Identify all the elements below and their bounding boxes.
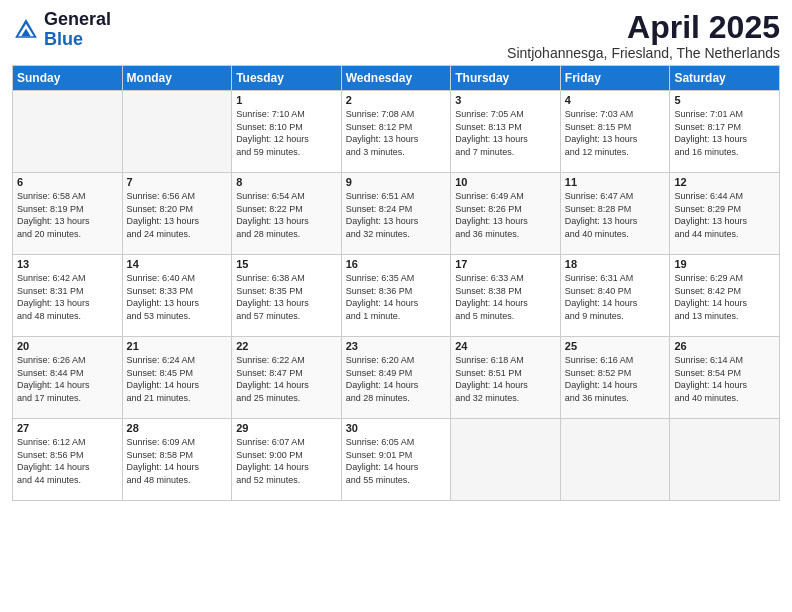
- day-info: Sunrise: 7:05 AM Sunset: 8:13 PM Dayligh…: [455, 108, 556, 158]
- day-cell: 23Sunrise: 6:20 AM Sunset: 8:49 PM Dayli…: [341, 337, 451, 419]
- day-info: Sunrise: 6:49 AM Sunset: 8:26 PM Dayligh…: [455, 190, 556, 240]
- day-number: 26: [674, 340, 775, 352]
- day-cell: 7Sunrise: 6:56 AM Sunset: 8:20 PM Daylig…: [122, 173, 232, 255]
- day-cell: [670, 419, 780, 501]
- day-number: 27: [17, 422, 118, 434]
- day-info: Sunrise: 6:24 AM Sunset: 8:45 PM Dayligh…: [127, 354, 228, 404]
- day-cell: 20Sunrise: 6:26 AM Sunset: 8:44 PM Dayli…: [13, 337, 123, 419]
- day-cell: 26Sunrise: 6:14 AM Sunset: 8:54 PM Dayli…: [670, 337, 780, 419]
- day-info: Sunrise: 7:03 AM Sunset: 8:15 PM Dayligh…: [565, 108, 666, 158]
- day-info: Sunrise: 6:12 AM Sunset: 8:56 PM Dayligh…: [17, 436, 118, 486]
- location: Sintjohannesga, Friesland, The Netherlan…: [507, 45, 780, 61]
- day-cell: [13, 91, 123, 173]
- day-info: Sunrise: 6:51 AM Sunset: 8:24 PM Dayligh…: [346, 190, 447, 240]
- day-info: Sunrise: 6:22 AM Sunset: 8:47 PM Dayligh…: [236, 354, 337, 404]
- day-cell: 11Sunrise: 6:47 AM Sunset: 8:28 PM Dayli…: [560, 173, 670, 255]
- day-cell: 5Sunrise: 7:01 AM Sunset: 8:17 PM Daylig…: [670, 91, 780, 173]
- day-number: 30: [346, 422, 447, 434]
- day-cell: 1Sunrise: 7:10 AM Sunset: 8:10 PM Daylig…: [232, 91, 342, 173]
- col-tuesday: Tuesday: [232, 66, 342, 91]
- col-friday: Friday: [560, 66, 670, 91]
- day-cell: 17Sunrise: 6:33 AM Sunset: 8:38 PM Dayli…: [451, 255, 561, 337]
- day-cell: 12Sunrise: 6:44 AM Sunset: 8:29 PM Dayli…: [670, 173, 780, 255]
- day-cell: 27Sunrise: 6:12 AM Sunset: 8:56 PM Dayli…: [13, 419, 123, 501]
- day-cell: 25Sunrise: 6:16 AM Sunset: 8:52 PM Dayli…: [560, 337, 670, 419]
- day-info: Sunrise: 6:35 AM Sunset: 8:36 PM Dayligh…: [346, 272, 447, 322]
- day-info: Sunrise: 6:26 AM Sunset: 8:44 PM Dayligh…: [17, 354, 118, 404]
- day-number: 24: [455, 340, 556, 352]
- day-cell: 13Sunrise: 6:42 AM Sunset: 8:31 PM Dayli…: [13, 255, 123, 337]
- day-cell: 14Sunrise: 6:40 AM Sunset: 8:33 PM Dayli…: [122, 255, 232, 337]
- day-number: 16: [346, 258, 447, 270]
- day-info: Sunrise: 6:20 AM Sunset: 8:49 PM Dayligh…: [346, 354, 447, 404]
- week-row-5: 27Sunrise: 6:12 AM Sunset: 8:56 PM Dayli…: [13, 419, 780, 501]
- day-info: Sunrise: 6:56 AM Sunset: 8:20 PM Dayligh…: [127, 190, 228, 240]
- day-number: 7: [127, 176, 228, 188]
- day-number: 10: [455, 176, 556, 188]
- day-number: 6: [17, 176, 118, 188]
- header: General Blue April 2025 Sintjohannesga, …: [12, 10, 780, 61]
- day-number: 11: [565, 176, 666, 188]
- week-row-4: 20Sunrise: 6:26 AM Sunset: 8:44 PM Dayli…: [13, 337, 780, 419]
- day-number: 1: [236, 94, 337, 106]
- day-cell: 19Sunrise: 6:29 AM Sunset: 8:42 PM Dayli…: [670, 255, 780, 337]
- day-number: 20: [17, 340, 118, 352]
- title-block: April 2025 Sintjohannesga, Friesland, Th…: [507, 10, 780, 61]
- day-number: 5: [674, 94, 775, 106]
- day-info: Sunrise: 6:29 AM Sunset: 8:42 PM Dayligh…: [674, 272, 775, 322]
- day-cell: 6Sunrise: 6:58 AM Sunset: 8:19 PM Daylig…: [13, 173, 123, 255]
- day-cell: 8Sunrise: 6:54 AM Sunset: 8:22 PM Daylig…: [232, 173, 342, 255]
- day-cell: 2Sunrise: 7:08 AM Sunset: 8:12 PM Daylig…: [341, 91, 451, 173]
- day-cell: 28Sunrise: 6:09 AM Sunset: 8:58 PM Dayli…: [122, 419, 232, 501]
- day-cell: 24Sunrise: 6:18 AM Sunset: 8:51 PM Dayli…: [451, 337, 561, 419]
- week-row-3: 13Sunrise: 6:42 AM Sunset: 8:31 PM Dayli…: [13, 255, 780, 337]
- logo-text: General Blue: [44, 10, 111, 50]
- day-cell: [560, 419, 670, 501]
- day-info: Sunrise: 6:42 AM Sunset: 8:31 PM Dayligh…: [17, 272, 118, 322]
- logo-icon: [12, 16, 40, 44]
- day-number: 29: [236, 422, 337, 434]
- col-wednesday: Wednesday: [341, 66, 451, 91]
- day-cell: 30Sunrise: 6:05 AM Sunset: 9:01 PM Dayli…: [341, 419, 451, 501]
- day-cell: 22Sunrise: 6:22 AM Sunset: 8:47 PM Dayli…: [232, 337, 342, 419]
- logo-general: General: [44, 9, 111, 29]
- day-info: Sunrise: 6:38 AM Sunset: 8:35 PM Dayligh…: [236, 272, 337, 322]
- day-cell: [122, 91, 232, 173]
- day-cell: 10Sunrise: 6:49 AM Sunset: 8:26 PM Dayli…: [451, 173, 561, 255]
- day-cell: 16Sunrise: 6:35 AM Sunset: 8:36 PM Dayli…: [341, 255, 451, 337]
- day-number: 17: [455, 258, 556, 270]
- day-info: Sunrise: 6:09 AM Sunset: 8:58 PM Dayligh…: [127, 436, 228, 486]
- day-info: Sunrise: 6:18 AM Sunset: 8:51 PM Dayligh…: [455, 354, 556, 404]
- day-info: Sunrise: 6:14 AM Sunset: 8:54 PM Dayligh…: [674, 354, 775, 404]
- page-container: General Blue April 2025 Sintjohannesga, …: [0, 0, 792, 509]
- day-number: 9: [346, 176, 447, 188]
- col-saturday: Saturday: [670, 66, 780, 91]
- day-number: 18: [565, 258, 666, 270]
- col-thursday: Thursday: [451, 66, 561, 91]
- week-row-2: 6Sunrise: 6:58 AM Sunset: 8:19 PM Daylig…: [13, 173, 780, 255]
- col-monday: Monday: [122, 66, 232, 91]
- day-cell: 4Sunrise: 7:03 AM Sunset: 8:15 PM Daylig…: [560, 91, 670, 173]
- day-number: 19: [674, 258, 775, 270]
- logo: General Blue: [12, 10, 111, 50]
- week-row-1: 1Sunrise: 7:10 AM Sunset: 8:10 PM Daylig…: [13, 91, 780, 173]
- day-number: 2: [346, 94, 447, 106]
- day-info: Sunrise: 6:16 AM Sunset: 8:52 PM Dayligh…: [565, 354, 666, 404]
- calendar-table: Sunday Monday Tuesday Wednesday Thursday…: [12, 65, 780, 501]
- day-info: Sunrise: 7:10 AM Sunset: 8:10 PM Dayligh…: [236, 108, 337, 158]
- day-cell: [451, 419, 561, 501]
- day-number: 14: [127, 258, 228, 270]
- day-info: Sunrise: 7:08 AM Sunset: 8:12 PM Dayligh…: [346, 108, 447, 158]
- day-info: Sunrise: 7:01 AM Sunset: 8:17 PM Dayligh…: [674, 108, 775, 158]
- day-cell: 3Sunrise: 7:05 AM Sunset: 8:13 PM Daylig…: [451, 91, 561, 173]
- col-sunday: Sunday: [13, 66, 123, 91]
- day-info: Sunrise: 6:33 AM Sunset: 8:38 PM Dayligh…: [455, 272, 556, 322]
- day-info: Sunrise: 6:44 AM Sunset: 8:29 PM Dayligh…: [674, 190, 775, 240]
- header-row: Sunday Monday Tuesday Wednesday Thursday…: [13, 66, 780, 91]
- day-number: 8: [236, 176, 337, 188]
- day-info: Sunrise: 6:40 AM Sunset: 8:33 PM Dayligh…: [127, 272, 228, 322]
- day-cell: 18Sunrise: 6:31 AM Sunset: 8:40 PM Dayli…: [560, 255, 670, 337]
- day-number: 25: [565, 340, 666, 352]
- day-info: Sunrise: 6:05 AM Sunset: 9:01 PM Dayligh…: [346, 436, 447, 486]
- day-number: 22: [236, 340, 337, 352]
